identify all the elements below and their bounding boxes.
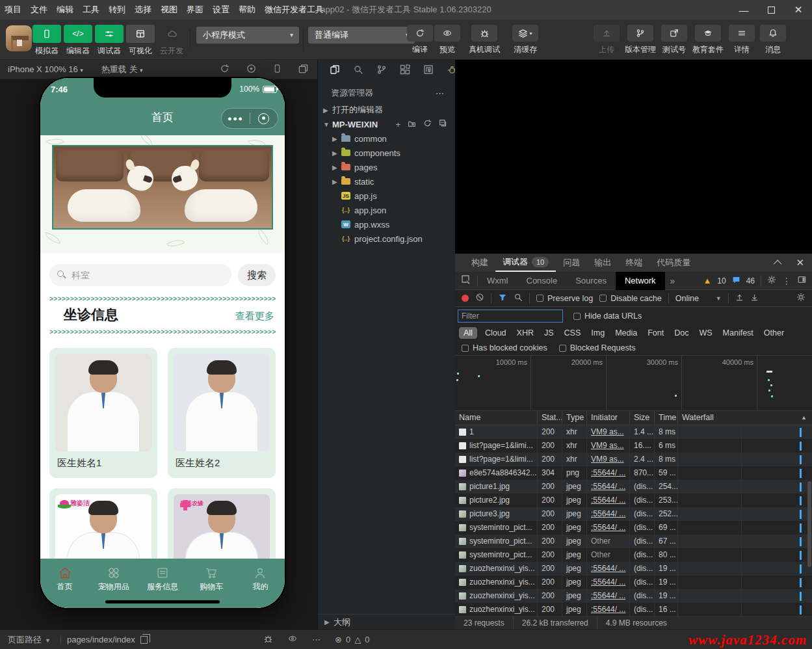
edu-suite-button[interactable]: 教育套件 [687, 25, 729, 55]
menu-goto[interactable]: 转到 [104, 0, 130, 20]
network-request-row[interactable]: picture3.jpg 200 jpeg :55644/ ... (dis..… [455, 507, 812, 521]
clear-cache-button[interactable]: ▾ 清缓存 [507, 25, 544, 55]
record-icon[interactable] [246, 64, 256, 75]
filter-funnel-icon[interactable] [498, 293, 507, 304]
device-debug-button[interactable]: 真机调试 [463, 25, 506, 55]
preview-page-icon[interactable] [287, 634, 298, 645]
initiator-link[interactable]: VM9 as... [591, 427, 624, 436]
initiator-link[interactable]: Other [591, 550, 610, 559]
type-filter-other[interactable]: Other [759, 327, 789, 339]
initiator-link[interactable]: Other [591, 536, 610, 546]
more-icon[interactable]: ⋯ [312, 635, 321, 644]
cloud-dev-button[interactable]: 云开发 [156, 25, 187, 57]
collapse-panel-icon[interactable] [774, 259, 782, 268]
column-time[interactable]: Time [655, 411, 678, 425]
network-request-row[interactable]: list?page=1&limi... 200 xhr VM9 as... 16… [455, 439, 812, 453]
version-control-button[interactable]: 版本管理 [619, 25, 662, 55]
type-filter-css[interactable]: CSS [559, 327, 586, 339]
tab-build[interactable]: 构建 [464, 254, 495, 271]
menu-file[interactable]: 文件 [26, 0, 52, 20]
tree-item-pages[interactable]: ▶ pages [318, 160, 455, 174]
tab-home[interactable]: 首页 [40, 564, 89, 608]
clear-icon[interactable] [475, 293, 484, 304]
search-icon[interactable] [353, 64, 363, 77]
upload-button[interactable]: 上传 [590, 25, 623, 55]
kebab-menu-icon[interactable]: ⋮ [782, 276, 791, 286]
tree-item-app-js[interactable]: app.js [318, 189, 455, 203]
throttling-dropdown[interactable]: Online▼ [675, 294, 722, 303]
network-request-row[interactable]: picture1.jpg 200 jpeg :55644/ ... (dis..… [455, 480, 812, 494]
tab-debugger[interactable]: 调试器10 [495, 254, 556, 272]
record-network-icon[interactable] [462, 295, 469, 302]
menu-devtools[interactable]: 微信开发者工具 [260, 0, 328, 20]
simulator-button[interactable]: 模拟器 [31, 25, 62, 57]
filter-input[interactable] [458, 310, 563, 323]
network-request-row[interactable]: list?page=1&limi... 200 xhr VM9 as... 2.… [455, 453, 812, 466]
menu-interface[interactable]: 界面 [182, 0, 208, 20]
menu-project[interactable]: 项目 [0, 0, 26, 20]
hot-reload-toggle[interactable]: 热重载 关 ▾ [101, 64, 143, 75]
close-button[interactable]: ✕ [785, 0, 812, 20]
type-filter-all[interactable]: All [459, 327, 477, 339]
tab-code-quality[interactable]: 代码质量 [649, 254, 698, 271]
npm-panel-icon[interactable] [423, 64, 434, 77]
maximize-button[interactable] [757, 0, 785, 20]
column-status[interactable]: Stat... [538, 411, 562, 425]
capsule-menu[interactable]: ●●● [221, 108, 278, 129]
open-editors-section[interactable]: ▶ 打开的编辑器 [318, 103, 455, 117]
initiator-link[interactable]: :55644/ ... [591, 564, 625, 573]
network-request-row[interactable]: systemintro_pict... 200 jpeg :55644/ ...… [455, 521, 812, 535]
banner-image-dogs[interactable] [52, 145, 273, 230]
network-request-row[interactable]: systemintro_pict... 200 jpeg Other (dis.… [455, 548, 812, 562]
has-blocked-cookies-checkbox[interactable]: Has blocked cookies [462, 343, 547, 352]
visual-button[interactable]: 可视化 [125, 25, 156, 57]
menu-edit[interactable]: 编辑 [52, 0, 78, 20]
page-path-selector[interactable]: 页面路径▼ [8, 634, 55, 646]
column-name[interactable]: Name [455, 411, 538, 425]
tree-item-static[interactable]: ▶ static [318, 174, 455, 189]
project-root[interactable]: ▼ MP-WEIXIN + [318, 117, 455, 131]
search-icon[interactable] [514, 293, 523, 304]
initiator-link[interactable]: :55644/ ... [591, 509, 625, 518]
doctor-card[interactable]: 医生姓名1 [49, 348, 157, 478]
preserve-log-checkbox[interactable]: Preserve log [536, 294, 593, 303]
column-type[interactable]: Type [562, 411, 587, 425]
column-initiator[interactable]: Initiator [587, 411, 630, 425]
initiator-link[interactable]: VM9 as... [591, 455, 624, 464]
network-request-row[interactable]: zuozhenxinxi_yis... 200 jpeg :55644/ ...… [455, 576, 812, 589]
copy-icon[interactable] [140, 636, 148, 644]
initiator-link[interactable]: :55644/ ... [591, 482, 625, 491]
new-folder-icon[interactable] [408, 120, 416, 129]
disable-cache-checkbox[interactable]: Disable cache [599, 294, 662, 303]
import-har-icon[interactable] [735, 293, 744, 304]
device-selector[interactable]: iPhone X 100% 16 ▾ [8, 64, 83, 74]
inspect-element-icon[interactable] [455, 274, 477, 287]
network-request-row[interactable]: zuozhenxinxi_yis... 200 jpeg :55644/ ...… [455, 562, 812, 576]
messages-button[interactable]: 消息 [757, 25, 789, 55]
initiator-link[interactable]: :55644/ ... [591, 468, 625, 477]
column-waterfall[interactable]: Waterfall▲ [678, 411, 812, 425]
tab-console[interactable]: Console [517, 272, 567, 290]
network-request-row[interactable]: 1 200 xhr VM9 as... 1.4 ... 8 ms [455, 425, 812, 439]
collapse-all-icon[interactable] [439, 119, 447, 129]
details-button[interactable]: 详情 [726, 25, 758, 55]
menu-settings[interactable]: 设置 [208, 0, 234, 20]
vconsole-icon[interactable] [263, 634, 273, 646]
network-overview-timeline[interactable]: 10000 ms 20000 ms 30000 ms 40000 ms [455, 355, 812, 411]
message-bubble-icon[interactable] [732, 276, 740, 286]
refresh-icon[interactable] [423, 119, 432, 129]
gear-icon[interactable] [767, 275, 776, 286]
menu-help[interactable]: 帮助 [234, 0, 260, 20]
type-filter-doc[interactable]: Doc [669, 327, 694, 339]
more-tabs-icon[interactable]: » [665, 276, 681, 286]
type-filter-ws[interactable]: WS [694, 327, 717, 339]
multi-window-icon[interactable] [298, 64, 308, 75]
more-actions-icon[interactable]: ⋯ [436, 88, 445, 98]
initiator-link[interactable]: :55644/ ... [591, 591, 625, 600]
compile-button[interactable]: 编译 [404, 25, 436, 55]
tab-problems[interactable]: 问题 [556, 254, 587, 271]
more-dots-icon[interactable]: ●●● [222, 114, 250, 122]
type-filter-cloud[interactable]: Cloud [480, 327, 512, 339]
tree-item-app-wxss[interactable]: app.wxss [318, 217, 455, 232]
inspector-button[interactable]: 调试器 [94, 25, 125, 57]
